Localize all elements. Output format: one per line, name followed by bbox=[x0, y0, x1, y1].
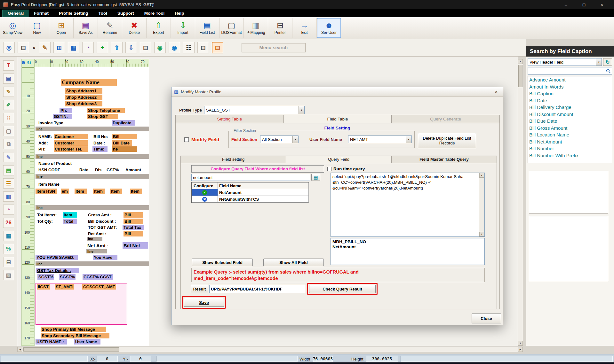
template-field[interactable]: Tot Items: bbox=[36, 212, 59, 218]
template-field[interactable]: Customer Tel. bbox=[54, 146, 88, 152]
scroll-up-icon[interactable]: ▲ bbox=[479, 173, 484, 178]
template-field[interactable]: TOT GST AMT: bbox=[87, 225, 120, 230]
check-query-result-button[interactable]: Check Query Result bbox=[309, 285, 376, 293]
template-field[interactable]: Shop Address2 bbox=[65, 95, 102, 100]
scroll-down-icon[interactable]: ▼ bbox=[479, 232, 484, 236]
field-caption-item[interactable]: Bill Due Date bbox=[528, 118, 612, 125]
template-field[interactable]: Shop Secondary Bill Message bbox=[41, 333, 109, 338]
template-field[interactable]: Add: bbox=[37, 140, 50, 146]
tab-setting-table[interactable]: Setting Table bbox=[175, 115, 284, 123]
close-button[interactable]: Close bbox=[472, 314, 501, 323]
template-field[interactable]: Company Name bbox=[61, 79, 117, 86]
maximize-button[interactable]: □ bbox=[575, 2, 593, 7]
template-field[interactable]: YOU HAVE SAVED: bbox=[36, 255, 78, 260]
template-field[interactable]: Net Amt : bbox=[86, 242, 113, 249]
template-field[interactable]: Shop Telephone bbox=[87, 108, 125, 113]
dialog-close-icon[interactable]: × bbox=[492, 89, 500, 95]
template-field[interactable]: ine bbox=[87, 237, 102, 241]
tab-query-generate[interactable]: Query Generate bbox=[392, 115, 500, 123]
template-field[interactable]: Item bbox=[110, 189, 122, 194]
field-caption-item[interactable]: Advance Amount bbox=[528, 76, 612, 83]
canvas-vertical-scrollbar[interactable]: ▲ ▼ bbox=[518, 59, 523, 346]
tab-field-table[interactable]: Field Table bbox=[284, 115, 392, 123]
template-field[interactable]: Item bbox=[130, 189, 142, 194]
template-field[interactable]: Gross Amt : bbox=[87, 212, 113, 218]
template-field[interactable]: Item Name bbox=[37, 181, 61, 187]
field-caption-item[interactable]: Bill Delivery Charge bbox=[528, 104, 612, 111]
template-field[interactable]: CGSCGST_AMT bbox=[82, 284, 116, 290]
show-all-field-button[interactable]: Show All Field bbox=[263, 259, 324, 266]
template-field[interactable]: Tot Qty: bbox=[36, 219, 55, 224]
template-field[interactable]: Shop GST bbox=[87, 114, 118, 119]
template-field[interactable]: Item bbox=[93, 189, 105, 194]
field-caption-item[interactable]: Bill Discount Amount bbox=[528, 111, 612, 118]
template-field[interactable]: Rate bbox=[78, 167, 90, 173]
field-caption-item[interactable]: Bill Gross Amount bbox=[528, 125, 612, 132]
scroll-right-icon[interactable]: ▶ bbox=[518, 347, 523, 352]
search-icon[interactable] bbox=[605, 69, 612, 74]
tab-field-setting[interactable]: Field setting bbox=[180, 156, 286, 163]
template-field[interactable]: Invoice Type bbox=[37, 120, 68, 126]
template-field[interactable]: Bill bbox=[124, 219, 143, 224]
template-field[interactable]: Bill Date bbox=[112, 140, 132, 146]
template-field[interactable]: HSN CODE bbox=[37, 167, 60, 173]
template-field[interactable]: Duplicate bbox=[112, 120, 135, 126]
scroll-left-icon[interactable]: ◀ bbox=[18, 347, 22, 352]
template-field[interactable]: line bbox=[36, 174, 149, 179]
template-field[interactable]: ne bbox=[112, 146, 137, 152]
field-caption-item[interactable]: Bill Number bbox=[528, 145, 612, 152]
template-field[interactable]: Date : bbox=[92, 140, 109, 146]
modify-field-checkbox[interactable] bbox=[184, 137, 189, 142]
template-field[interactable]: line bbox=[86, 249, 107, 253]
field-caption-item[interactable]: Bill Net Amount bbox=[528, 138, 612, 145]
minimize-button[interactable]: – bbox=[557, 2, 575, 7]
tab-query-field[interactable]: Query Field bbox=[286, 156, 391, 163]
field-caption-item[interactable]: Bill Caption bbox=[528, 90, 612, 97]
template-field[interactable]: Ph: bbox=[60, 108, 72, 113]
profile-type-select[interactable]: SALES_GST ▼ bbox=[204, 106, 305, 114]
template-field[interactable]: Ret Amt : bbox=[87, 231, 109, 236]
field-section-select[interactable]: All Section ▼ bbox=[260, 136, 299, 143]
template-field[interactable]: SGST% bbox=[37, 274, 54, 280]
template-field[interactable]: GST% bbox=[106, 167, 119, 173]
template-field[interactable]: GST Tax Details : bbox=[36, 268, 79, 273]
template-field[interactable]: Bill bbox=[124, 231, 143, 236]
field-caption-item[interactable]: Amout In Words bbox=[528, 83, 612, 90]
template-field[interactable]: GSTIN: bbox=[53, 114, 72, 119]
template-field[interactable]: Shop Primary Bill Message bbox=[41, 327, 106, 332]
field-filter-input[interactable] bbox=[191, 174, 310, 181]
template-field[interactable]: Total Tax bbox=[123, 225, 144, 230]
delete-duplicate-button[interactable]: Delete Duplicate Field List Records bbox=[418, 133, 476, 148]
cross-icon[interactable]: ✖ bbox=[192, 196, 218, 203]
chevron-down-icon[interactable]: ▼ bbox=[299, 106, 304, 114]
configure-row[interactable]: ✖NetAmountWithTCS bbox=[192, 196, 309, 203]
configure-row[interactable]: ✓NetAmount bbox=[192, 189, 309, 196]
scroll-up-icon[interactable]: ▲ bbox=[518, 59, 523, 64]
run-time-query-checkbox[interactable] bbox=[327, 167, 331, 171]
field-lookup-button[interactable]: ▦ bbox=[311, 174, 320, 181]
user-field-name-select[interactable]: NET AMT ▼ bbox=[348, 136, 412, 143]
template-field[interactable]: Customer bbox=[54, 140, 88, 146]
template-field[interactable]: Item bbox=[63, 212, 77, 218]
result-value-input[interactable] bbox=[209, 285, 305, 293]
template-field[interactable]: Bill Discount : bbox=[87, 219, 117, 224]
scroll-down-icon[interactable]: ▼ bbox=[518, 341, 523, 345]
template-field[interactable]: IIGST bbox=[37, 284, 50, 290]
template-field[interactable]: Dis bbox=[94, 167, 102, 173]
template-field[interactable]: Amount bbox=[124, 167, 143, 173]
template-field[interactable]: line bbox=[36, 154, 149, 159]
template-field[interactable]: You Have bbox=[93, 255, 117, 260]
template-field[interactable]: SGST% bbox=[59, 274, 76, 280]
template-field[interactable]: line bbox=[36, 205, 149, 210]
query-editor-scrollbar[interactable]: ▲ ▼ bbox=[479, 173, 484, 236]
canvas-horizontal-scrollbar[interactable]: ◀ ▶ bbox=[17, 347, 523, 352]
template-field[interactable]: PH: bbox=[37, 146, 48, 152]
query-editor[interactable]: select 'upi://pay?pa=bubai.sh-1@okhdfcba… bbox=[331, 173, 485, 237]
close-button[interactable]: × bbox=[593, 2, 611, 7]
chevron-down-icon[interactable]: ▼ bbox=[292, 136, 298, 143]
template-field[interactable]: Item bbox=[75, 189, 87, 194]
template-field[interactable]: CGST% CGST bbox=[83, 274, 113, 280]
template-field[interactable]: line bbox=[36, 261, 149, 266]
caption-search-input[interactable] bbox=[528, 67, 605, 74]
template-field[interactable]: Item HSN bbox=[36, 189, 57, 194]
